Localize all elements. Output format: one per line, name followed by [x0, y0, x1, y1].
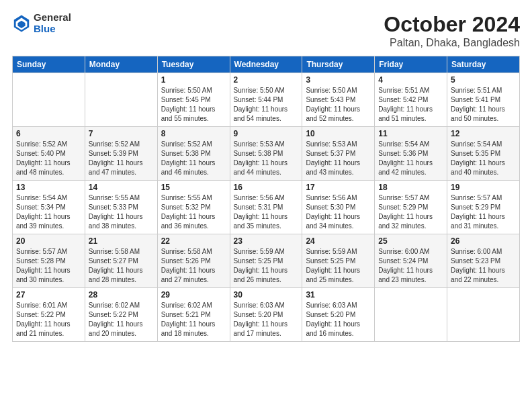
day-number: 19	[451, 183, 516, 192]
day-detail: Sunrise: 5:51 AM Sunset: 5:41 PM Dayligh…	[451, 86, 516, 124]
day-number: 14	[89, 183, 154, 192]
day-detail: Sunrise: 5:50 AM Sunset: 5:44 PM Dayligh…	[234, 86, 299, 124]
day-number: 4	[378, 75, 443, 85]
calendar-cell	[375, 288, 447, 342]
day-number: 21	[89, 236, 154, 246]
day-number: 10	[306, 129, 371, 138]
day-number: 15	[161, 183, 226, 192]
day-number: 29	[161, 290, 226, 300]
day-detail: Sunrise: 5:55 AM Sunset: 5:33 PM Dayligh…	[89, 193, 154, 231]
day-number: 1	[161, 75, 226, 85]
calendar-cell: 10Sunrise: 5:53 AM Sunset: 5:37 PM Dayli…	[302, 127, 375, 181]
calendar-week-row-0: 1Sunrise: 5:50 AM Sunset: 5:45 PM Daylig…	[13, 73, 520, 127]
day-number: 23	[234, 236, 299, 246]
calendar-cell	[447, 288, 520, 342]
calendar-cell: 12Sunrise: 5:54 AM Sunset: 5:35 PM Dayli…	[447, 127, 520, 181]
calendar-cell: 15Sunrise: 5:55 AM Sunset: 5:32 PM Dayli…	[157, 181, 230, 234]
day-detail: Sunrise: 6:03 AM Sunset: 5:20 PM Dayligh…	[234, 301, 299, 338]
day-number: 7	[89, 129, 154, 138]
day-detail: Sunrise: 6:01 AM Sunset: 5:22 PM Dayligh…	[16, 301, 81, 338]
calendar-cell: 6Sunrise: 5:52 AM Sunset: 5:40 PM Daylig…	[13, 127, 85, 181]
calendar-cell: 28Sunrise: 6:02 AM Sunset: 5:22 PM Dayli…	[85, 288, 157, 342]
calendar-cell: 16Sunrise: 5:56 AM Sunset: 5:31 PM Dayli…	[230, 181, 302, 234]
calendar-title: October 2024	[384, 12, 520, 37]
day-detail: Sunrise: 6:02 AM Sunset: 5:21 PM Dayligh…	[161, 301, 226, 338]
day-number: 6	[16, 129, 81, 138]
day-detail: Sunrise: 5:57 AM Sunset: 5:29 PM Dayligh…	[378, 193, 443, 231]
calendar-cell: 26Sunrise: 6:00 AM Sunset: 5:23 PM Dayli…	[447, 234, 520, 288]
day-number: 30	[234, 290, 299, 300]
day-detail: Sunrise: 6:03 AM Sunset: 5:20 PM Dayligh…	[306, 301, 371, 338]
calendar-subtitle: Paltan, Dhaka, Bangladesh	[384, 37, 520, 49]
day-detail: Sunrise: 5:52 AM Sunset: 5:39 PM Dayligh…	[89, 140, 154, 177]
header-tuesday: Tuesday	[157, 56, 230, 73]
day-detail: Sunrise: 5:52 AM Sunset: 5:40 PM Dayligh…	[16, 140, 81, 177]
day-detail: Sunrise: 6:00 AM Sunset: 5:23 PM Dayligh…	[451, 247, 516, 285]
calendar-cell: 20Sunrise: 5:57 AM Sunset: 5:28 PM Dayli…	[13, 234, 85, 288]
day-number: 24	[306, 236, 371, 246]
calendar-cell: 24Sunrise: 5:59 AM Sunset: 5:25 PM Dayli…	[302, 234, 375, 288]
logo-icon	[12, 14, 31, 33]
day-number: 2	[234, 75, 299, 85]
calendar-cell: 13Sunrise: 5:54 AM Sunset: 5:34 PM Dayli…	[13, 181, 85, 234]
calendar-cell: 9Sunrise: 5:53 AM Sunset: 5:38 PM Daylig…	[230, 127, 302, 181]
calendar-cell: 3Sunrise: 5:50 AM Sunset: 5:43 PM Daylig…	[302, 73, 375, 127]
day-number: 25	[378, 236, 443, 246]
calendar-cell	[85, 73, 157, 127]
calendar-cell: 17Sunrise: 5:56 AM Sunset: 5:30 PM Dayli…	[302, 181, 375, 234]
day-number: 16	[234, 183, 299, 192]
day-detail: Sunrise: 5:56 AM Sunset: 5:31 PM Dayligh…	[234, 193, 299, 231]
day-number: 5	[451, 75, 516, 85]
day-detail: Sunrise: 5:50 AM Sunset: 5:45 PM Dayligh…	[161, 86, 226, 124]
calendar-cell: 1Sunrise: 5:50 AM Sunset: 5:45 PM Daylig…	[157, 73, 230, 127]
calendar-cell: 19Sunrise: 5:57 AM Sunset: 5:29 PM Dayli…	[447, 181, 520, 234]
calendar-cell: 22Sunrise: 5:58 AM Sunset: 5:26 PM Dayli…	[157, 234, 230, 288]
calendar-cell: 18Sunrise: 5:57 AM Sunset: 5:29 PM Dayli…	[375, 181, 447, 234]
day-number: 18	[378, 183, 443, 192]
logo-general: General	[34, 12, 71, 24]
day-detail: Sunrise: 5:55 AM Sunset: 5:32 PM Dayligh…	[161, 193, 226, 231]
day-number: 13	[16, 183, 81, 192]
day-detail: Sunrise: 5:54 AM Sunset: 5:35 PM Dayligh…	[451, 140, 516, 177]
calendar-week-row-1: 6Sunrise: 5:52 AM Sunset: 5:40 PM Daylig…	[13, 127, 520, 181]
header-sunday: Sunday	[13, 56, 85, 73]
header-monday: Monday	[85, 56, 157, 73]
calendar-cell: 14Sunrise: 5:55 AM Sunset: 5:33 PM Dayli…	[85, 181, 157, 234]
day-number: 9	[234, 129, 299, 138]
calendar-cell: 23Sunrise: 5:59 AM Sunset: 5:25 PM Dayli…	[230, 234, 302, 288]
day-detail: Sunrise: 5:53 AM Sunset: 5:38 PM Dayligh…	[234, 140, 299, 177]
day-number: 26	[451, 236, 516, 246]
day-number: 8	[161, 129, 226, 138]
day-detail: Sunrise: 5:54 AM Sunset: 5:34 PM Dayligh…	[16, 193, 81, 231]
header-wednesday: Wednesday	[230, 56, 302, 73]
calendar-cell: 31Sunrise: 6:03 AM Sunset: 5:20 PM Dayli…	[302, 288, 375, 342]
day-detail: Sunrise: 5:58 AM Sunset: 5:26 PM Dayligh…	[161, 247, 226, 285]
calendar-cell: 8Sunrise: 5:52 AM Sunset: 5:38 PM Daylig…	[157, 127, 230, 181]
day-number: 28	[89, 290, 154, 300]
header: General Blue October 2024 Paltan, Dhaka,…	[12, 12, 520, 49]
day-detail: Sunrise: 5:59 AM Sunset: 5:25 PM Dayligh…	[306, 247, 371, 285]
day-number: 11	[378, 129, 443, 138]
header-saturday: Saturday	[447, 56, 520, 73]
calendar-cell: 7Sunrise: 5:52 AM Sunset: 5:39 PM Daylig…	[85, 127, 157, 181]
day-number: 22	[161, 236, 226, 246]
header-friday: Friday	[375, 56, 447, 73]
day-detail: Sunrise: 5:53 AM Sunset: 5:37 PM Dayligh…	[306, 140, 371, 177]
day-detail: Sunrise: 5:54 AM Sunset: 5:36 PM Dayligh…	[378, 140, 443, 177]
logo-blue: Blue	[34, 24, 71, 35]
calendar-cell: 27Sunrise: 6:01 AM Sunset: 5:22 PM Dayli…	[13, 288, 85, 342]
calendar-cell: 5Sunrise: 5:51 AM Sunset: 5:41 PM Daylig…	[447, 73, 520, 127]
day-detail: Sunrise: 5:50 AM Sunset: 5:43 PM Dayligh…	[306, 86, 371, 124]
page: General Blue October 2024 Paltan, Dhaka,…	[0, 0, 532, 411]
day-detail: Sunrise: 5:57 AM Sunset: 5:28 PM Dayligh…	[16, 247, 81, 285]
calendar-cell: 4Sunrise: 5:51 AM Sunset: 5:42 PM Daylig…	[375, 73, 447, 127]
calendar-week-row-2: 13Sunrise: 5:54 AM Sunset: 5:34 PM Dayli…	[13, 181, 520, 234]
day-number: 12	[451, 129, 516, 138]
day-number: 31	[306, 290, 371, 300]
day-detail: Sunrise: 5:56 AM Sunset: 5:30 PM Dayligh…	[306, 193, 371, 231]
logo-text: General Blue	[34, 12, 71, 34]
day-detail: Sunrise: 5:59 AM Sunset: 5:25 PM Dayligh…	[234, 247, 299, 285]
calendar-cell: 21Sunrise: 5:58 AM Sunset: 5:27 PM Dayli…	[85, 234, 157, 288]
calendar-table: Sunday Monday Tuesday Wednesday Thursday…	[12, 56, 520, 342]
logo: General Blue	[12, 12, 71, 34]
